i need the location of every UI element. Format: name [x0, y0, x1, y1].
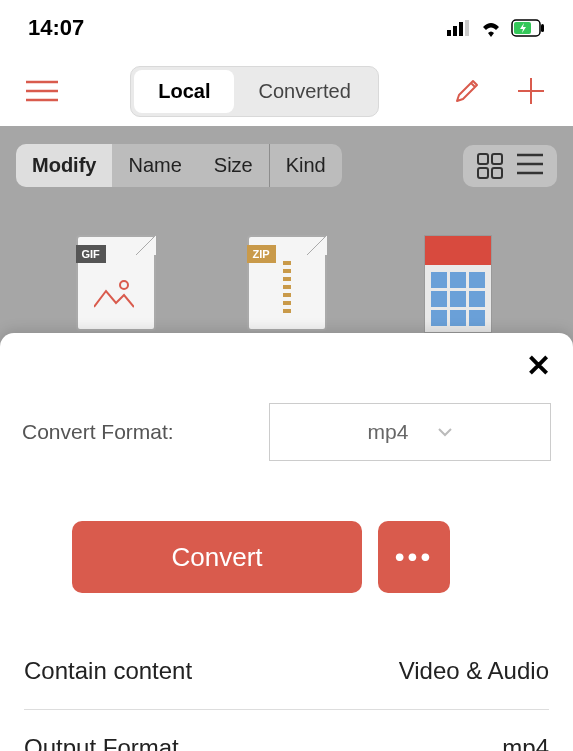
file-item[interactable]: GIF [66, 235, 166, 333]
convert-sheet: ✕ Convert Format: mp4 Convert ••• Contai… [0, 333, 573, 751]
list-view-icon[interactable] [517, 153, 543, 179]
menu-icon[interactable] [24, 73, 60, 109]
svg-rect-14 [478, 168, 488, 178]
add-icon[interactable] [513, 73, 549, 109]
detail-row-contain[interactable]: Contain content Video & Audio [24, 633, 549, 710]
detail-value: Video & Audio [399, 657, 549, 685]
detail-key: Output Format [24, 734, 179, 751]
svg-rect-3 [465, 20, 469, 36]
tab-local[interactable]: Local [134, 70, 234, 113]
sort-row: Modify Name Size Kind [0, 126, 573, 205]
svg-rect-15 [492, 168, 502, 178]
svg-rect-12 [478, 154, 488, 164]
detail-row-output[interactable]: Output Format mp4 [24, 710, 549, 751]
file-item[interactable] [408, 235, 508, 333]
svg-point-19 [120, 281, 128, 289]
format-select[interactable]: mp4 [269, 403, 551, 461]
app-toolbar: Local Converted [0, 56, 573, 126]
wifi-icon [479, 19, 503, 37]
file-thumbnail [424, 235, 492, 333]
sort-chip-size[interactable]: Size [198, 144, 269, 187]
status-icons [447, 19, 545, 37]
svg-rect-0 [447, 30, 451, 36]
file-grid: GIF ZIP [0, 205, 573, 333]
chevron-down-icon [438, 427, 452, 437]
svg-rect-6 [541, 24, 544, 32]
detail-key: Contain content [24, 657, 192, 685]
svg-rect-1 [453, 26, 457, 36]
image-icon [94, 279, 134, 309]
tab-converted[interactable]: Converted [234, 70, 374, 113]
svg-rect-13 [492, 154, 502, 164]
file-tag: ZIP [247, 245, 276, 263]
sort-chips: Modify Name Size Kind [16, 144, 342, 187]
detail-value: mp4 [502, 734, 549, 751]
grid-view-icon[interactable] [477, 153, 503, 179]
file-tag: GIF [76, 245, 106, 263]
edit-icon[interactable] [449, 73, 485, 109]
cellular-icon [447, 20, 471, 36]
battery-icon [511, 19, 545, 37]
zip-icon [283, 261, 291, 315]
svg-rect-2 [459, 22, 463, 36]
button-row: Convert ••• [72, 521, 551, 593]
more-button[interactable]: ••• [378, 521, 450, 593]
view-toggle [463, 145, 557, 187]
format-label: Convert Format: [22, 420, 174, 444]
format-value: mp4 [368, 420, 409, 444]
sort-chip-name[interactable]: Name [112, 144, 197, 187]
tab-segmented-control: Local Converted [130, 66, 379, 117]
status-bar: 14:07 [0, 0, 573, 56]
close-icon[interactable]: ✕ [526, 351, 551, 381]
convert-button[interactable]: Convert [72, 521, 362, 593]
sort-chip-kind[interactable]: Kind [269, 144, 342, 187]
format-row: Convert Format: mp4 [22, 403, 551, 461]
status-time: 14:07 [28, 15, 84, 41]
file-item[interactable]: ZIP [237, 235, 337, 333]
sort-chip-modify[interactable]: Modify [16, 144, 112, 187]
